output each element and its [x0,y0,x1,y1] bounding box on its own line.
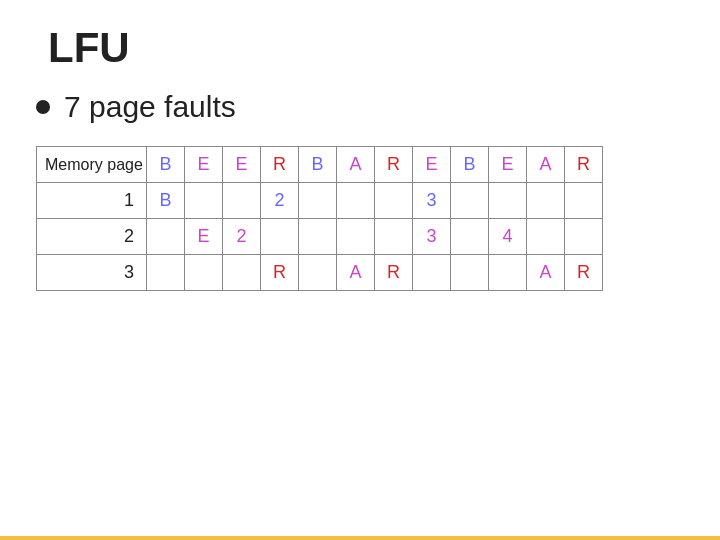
col-header-B1: B [147,147,185,183]
row3-cell-1 [147,255,185,291]
row1-cell-11 [527,183,565,219]
row2-label: 2 [37,219,147,255]
row3-cell-3 [223,255,261,291]
col-header-E4: E [489,147,527,183]
row3-cell-11: A [527,255,565,291]
col-header-E2: E [223,147,261,183]
row1-cell-4: 2 [261,183,299,219]
row1-cell-12 [565,183,603,219]
row2-cell-6 [337,219,375,255]
row1-cell-5 [299,183,337,219]
row1-cell-7 [375,183,413,219]
col-header-B3: B [451,147,489,183]
table-row-1: 1 B 2 3 [37,183,603,219]
row2-cell-10: 4 [489,219,527,255]
row1-cell-2 [185,183,223,219]
row3-cell-5 [299,255,337,291]
table-header-row: Memory page B E E R B A R E B E A R [37,147,603,183]
col-header-E3: E [413,147,451,183]
bottom-line [0,536,720,540]
row2-cell-2: E [185,219,223,255]
col-header-R1: R [261,147,299,183]
row1-cell-8: 3 [413,183,451,219]
row1-cell-1: B [147,183,185,219]
col-header-E1: E [185,147,223,183]
row2-cell-12 [565,219,603,255]
row1-cell-9 [451,183,489,219]
col-header-R3: R [565,147,603,183]
row1-cell-10 [489,183,527,219]
row3-cell-7: R [375,255,413,291]
row3-label: 3 [37,255,147,291]
row3-cell-8 [413,255,451,291]
row3-cell-2 [185,255,223,291]
row2-cell-8: 3 [413,219,451,255]
col-header-A1: A [337,147,375,183]
row3-cell-6: A [337,255,375,291]
page-faults-label: 7 page faults [64,90,236,124]
row2-cell-4 [261,219,299,255]
row3-cell-12: R [565,255,603,291]
row3-cell-10 [489,255,527,291]
col-header-B2: B [299,147,337,183]
row2-cell-3: 2 [223,219,261,255]
row2-cell-11 [527,219,565,255]
col-header-A2: A [527,147,565,183]
row3-cell-4: R [261,255,299,291]
col-header-label: Memory page [37,147,147,183]
row2-cell-7 [375,219,413,255]
col-header-R2: R [375,147,413,183]
table-row-2: 2 E 2 3 4 [37,219,603,255]
row2-cell-9 [451,219,489,255]
row1-cell-6 [337,183,375,219]
bullet-icon [36,100,50,114]
row2-cell-5 [299,219,337,255]
row2-cell-1 [147,219,185,255]
row3-cell-9 [451,255,489,291]
lfu-table: Memory page B E E R B A R E B E A R 1 B [36,146,720,291]
table-row-3: 3 R A R A R [37,255,603,291]
page-title: LFU [0,0,720,72]
row1-cell-3 [223,183,261,219]
row1-label: 1 [37,183,147,219]
